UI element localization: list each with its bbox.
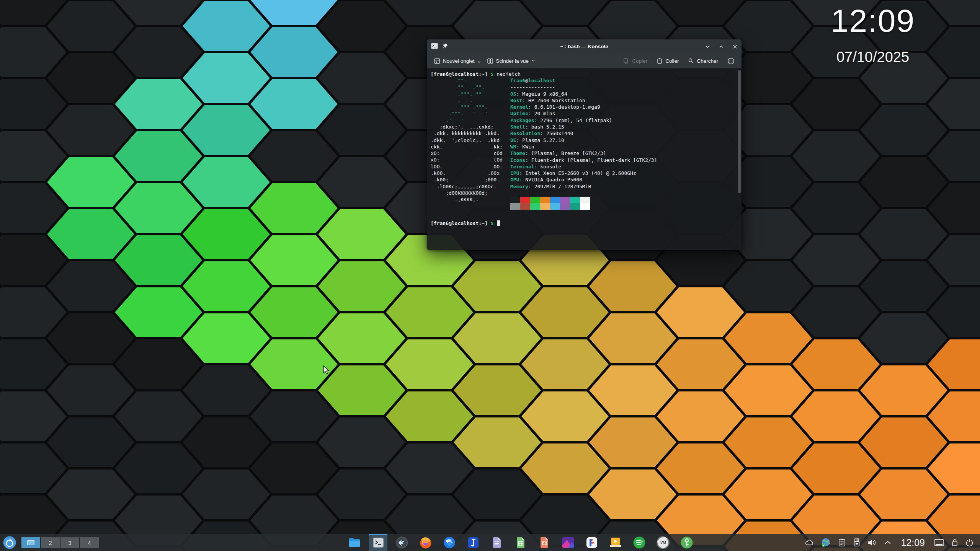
overflow-menu-button[interactable] bbox=[724, 55, 738, 67]
split-view-label: Scinder la vue bbox=[496, 58, 529, 64]
neofetch-info-row: Host: HP Z640 Workstation bbox=[510, 97, 657, 104]
show-desktop-icon[interactable] bbox=[934, 538, 944, 547]
lock-screen-icon[interactable] bbox=[951, 538, 959, 547]
virtual-desktop-pager: 2 3 4 bbox=[21, 537, 99, 548]
neofetch-info-row: Memory: 2097MiB / 128795MiB bbox=[510, 183, 657, 190]
text-cursor bbox=[497, 220, 500, 226]
find-label: Chercher bbox=[697, 58, 718, 64]
pager-desktop-2[interactable]: 2 bbox=[41, 537, 60, 548]
power-icon[interactable] bbox=[965, 538, 974, 547]
terminal-area[interactable]: [fran6@localhost:~] $ neofetch .°°. °° .… bbox=[427, 68, 742, 250]
pager-desktop-4[interactable]: 4 bbox=[80, 537, 99, 548]
task-libreoffice-writer[interactable] bbox=[488, 534, 506, 551]
task-joplin[interactable] bbox=[464, 534, 482, 551]
terminal-icon bbox=[372, 536, 384, 549]
neofetch-info-row: Resolution: 980x551 bbox=[510, 130, 657, 137]
neofetch-header: fran6@localhost bbox=[510, 77, 657, 84]
konsole-window: ~ : bash — Konsole Nouvel onglet Scinder… bbox=[427, 39, 742, 250]
task-falkon-browser[interactable] bbox=[393, 534, 411, 551]
window-titlebar[interactable]: ~ : bash — Konsole bbox=[427, 39, 742, 54]
neofetch-info-row: GPU: NVIDIA Quadro P5000 bbox=[510, 176, 657, 183]
system-tray: 12:09 bbox=[805, 537, 978, 548]
mageia-logo-icon bbox=[3, 536, 16, 549]
close-button[interactable] bbox=[732, 44, 738, 49]
terminal-color-palette bbox=[510, 197, 590, 210]
keepassxc-icon bbox=[680, 536, 693, 549]
task-thunderbird[interactable] bbox=[440, 534, 459, 551]
svg-text:VM: VM bbox=[660, 541, 666, 545]
typed-command: neofetch bbox=[497, 71, 521, 77]
task-flathub[interactable] bbox=[583, 534, 601, 551]
vmware-icon: VM bbox=[657, 536, 670, 549]
shell-prompt: [fran6@localhost:~] $ bbox=[431, 220, 500, 227]
task-vmware[interactable]: VM bbox=[654, 534, 672, 551]
terminal-scrollbar[interactable] bbox=[738, 70, 741, 193]
impress-presentation-icon bbox=[538, 536, 550, 549]
task-libreoffice-calc[interactable] bbox=[511, 534, 530, 551]
flathub-icon bbox=[586, 536, 598, 549]
desktop: { "desktop_clock": { "time": "12:09", "d… bbox=[0, 0, 980, 551]
pager-desktop-3[interactable]: 3 bbox=[60, 537, 79, 548]
neofetch-info-row: OS: Mageia 9 x86_64 bbox=[510, 91, 657, 97]
neofetch-info-row: Kernel: 6.6.101-desktop-1.mga9 bbox=[510, 104, 657, 110]
network-globe-icon[interactable] bbox=[820, 537, 831, 548]
neofetch-info-row: Packages: 2796 (rpm), 54 (flatpak) bbox=[510, 117, 657, 124]
pager-desktop-1[interactable] bbox=[21, 537, 40, 548]
spotify-icon bbox=[633, 536, 646, 549]
neofetch-ascii-top: .°°. °° .°°. .°°°. °° . . °°° .°°°. .°°°… bbox=[431, 77, 488, 124]
task-image-viewer[interactable] bbox=[559, 534, 577, 551]
neofetch-separator: --------------- bbox=[510, 84, 657, 90]
joplin-icon bbox=[467, 536, 479, 549]
neofetch-info-row: DE: Plasma 5.27.10 bbox=[510, 137, 657, 143]
paste-label: Coller bbox=[665, 58, 679, 64]
clock-date: 07/10/2025 bbox=[773, 49, 972, 65]
neofetch-ascii-bottom: :dkxc;'. ..,cxkd; .dkk. kkkkkkkkkk .kkd.… bbox=[431, 124, 503, 203]
copy-button[interactable]: Copier bbox=[620, 56, 650, 66]
copy-label: Copier bbox=[632, 58, 647, 64]
task-manager: VM bbox=[345, 534, 696, 551]
task-dolphin-file-manager[interactable] bbox=[345, 534, 364, 551]
neofetch-info-row: Theme: [Plasma], Breeze [GTK2/3] bbox=[510, 150, 657, 156]
neofetch-info-row: Uptime: 20 mins bbox=[510, 110, 657, 117]
konsole-app-icon bbox=[431, 42, 438, 51]
application-launcher-button[interactable] bbox=[2, 535, 17, 550]
command-line: [fran6@localhost:~] $ neofetch bbox=[431, 71, 521, 77]
find-button[interactable]: Chercher bbox=[685, 56, 721, 66]
neofetch-info-row: WM: KWin bbox=[510, 143, 657, 150]
desktop-clock-widget: 12:09 07/10/2025 bbox=[773, 3, 972, 65]
volume-icon[interactable] bbox=[867, 538, 877, 547]
task-konsole-terminal[interactable] bbox=[369, 534, 387, 551]
maximize-button[interactable] bbox=[719, 44, 724, 49]
pin-icon[interactable] bbox=[442, 43, 448, 50]
taskbar: 2 3 4 bbox=[0, 534, 980, 551]
clipboard-icon[interactable] bbox=[838, 538, 846, 547]
task-spotify[interactable] bbox=[630, 534, 648, 551]
calc-spreadsheet-icon bbox=[514, 536, 527, 549]
clock-time: 12:09 bbox=[773, 3, 972, 38]
task-libreoffice-impress[interactable] bbox=[535, 534, 554, 551]
window-title: ~ : bash — Konsole bbox=[427, 44, 742, 49]
taskbar-clock[interactable]: 12:09 bbox=[901, 537, 925, 548]
paste-button[interactable]: Coller bbox=[653, 56, 682, 66]
neofetch-info-row: Terminal: konsole bbox=[510, 163, 657, 170]
firefox-icon bbox=[419, 536, 432, 549]
cloud-icon[interactable] bbox=[805, 538, 814, 547]
neofetch-info-row: CPU: Intel Xeon E5-2660 v3 (40) @ 2.600G… bbox=[510, 170, 657, 176]
new-tab-button[interactable]: Nouvel onglet bbox=[431, 56, 484, 66]
neofetch-info: fran6@localhost --------------- OS: Mage… bbox=[510, 77, 657, 190]
minimize-button[interactable] bbox=[705, 44, 710, 49]
task-firefox[interactable] bbox=[416, 534, 435, 551]
folder-icon bbox=[348, 536, 361, 549]
falkon-icon bbox=[395, 536, 408, 549]
chevron-down-icon bbox=[477, 61, 481, 64]
konsole-toolbar: Nouvel onglet Scinder la vue Copier Coll… bbox=[427, 54, 742, 68]
neofetch-info-row: Icons: Fluent-dark [Plasma], Fluent-dark… bbox=[510, 157, 657, 163]
usb-device-icon[interactable] bbox=[853, 538, 861, 547]
neofetch-info-row: Shell: bash 5.2.15 bbox=[510, 124, 657, 130]
task-media-player[interactable] bbox=[606, 534, 625, 551]
split-view-button[interactable]: Scinder la vue bbox=[484, 56, 539, 66]
new-tab-label: Nouvel onglet bbox=[443, 58, 475, 64]
writer-document-icon bbox=[491, 536, 503, 549]
task-keepassxc[interactable] bbox=[678, 534, 696, 551]
expand-tray-icon[interactable] bbox=[884, 540, 892, 546]
